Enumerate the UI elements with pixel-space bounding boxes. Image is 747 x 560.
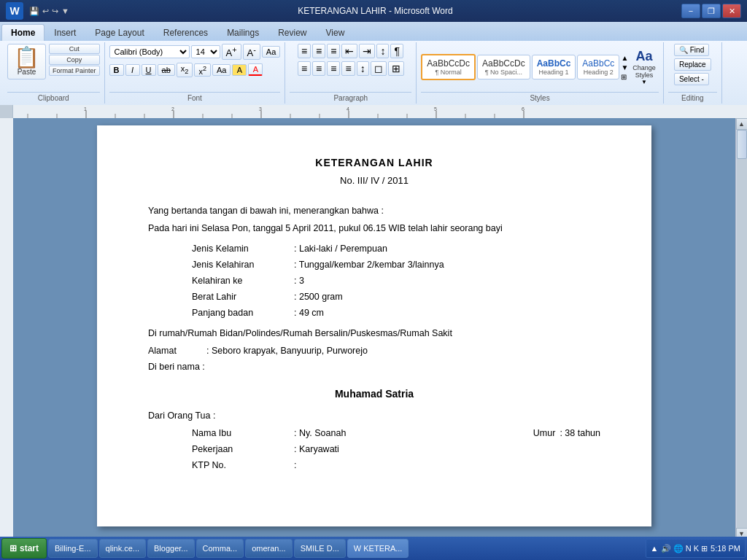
format-painter-button[interactable]: Format Painter bbox=[49, 66, 100, 76]
font-top-row: Calibri (Body) 14 A+ A- Aa bbox=[109, 44, 281, 60]
styles-group: AaBbCcDc ¶ Normal AaBbCcDc ¶ No Spaci...… bbox=[417, 42, 664, 104]
quick-access-save[interactable]: 💾 bbox=[29, 7, 39, 16]
field-value-kelahiran-ke: : 3 bbox=[294, 273, 600, 288]
field-berat-lahir: Berat Lahir : 2500 gram bbox=[192, 289, 600, 304]
font-group: Calibri (Body) 14 A+ A- Aa B I U ab x2 x… bbox=[105, 42, 286, 104]
word-logo: W bbox=[6, 2, 23, 20]
field-jenis-kelahiran: Jenis Kelahiran : Tunggal/kembar 2/kemba… bbox=[192, 257, 600, 272]
multilevel-button[interactable]: ≡ bbox=[327, 44, 340, 58]
strikethrough-button[interactable]: ab bbox=[158, 64, 175, 76]
quick-access-undo[interactable]: ↩ bbox=[42, 7, 49, 16]
paste-button[interactable]: 📋 Paste bbox=[7, 44, 46, 79]
superscript-button[interactable]: x2 bbox=[194, 63, 211, 77]
mother-fields: Nama Ibu : Ny. Soanah Umur : 38 tahun Pe… bbox=[148, 426, 600, 472]
style-normal[interactable]: AaBbCcDc ¶ Normal bbox=[421, 54, 476, 80]
close-button[interactable]: ✕ bbox=[722, 4, 741, 18]
tab-mailings[interactable]: Mailings bbox=[217, 24, 268, 41]
taskbar-item-ketera-label: KETERA... bbox=[363, 544, 402, 553]
clipboard-group-content: 📋 Paste Cut Copy Format Painter bbox=[7, 44, 100, 90]
sort-button[interactable]: ↕ bbox=[376, 44, 389, 58]
style-heading2[interactable]: AaBbCc Heading 2 bbox=[577, 55, 619, 79]
align-right-button[interactable]: ≡ bbox=[327, 61, 340, 76]
copy-button[interactable]: Copy bbox=[49, 55, 100, 65]
tab-references[interactable]: References bbox=[154, 24, 217, 41]
show-hide-button[interactable]: ¶ bbox=[390, 44, 403, 58]
style-heading1-preview: AaBbCc bbox=[537, 58, 571, 69]
decrease-indent-button[interactable]: ⇤ bbox=[341, 44, 357, 58]
para2: Pada hari ini Selasa Pon, tanggal 5 Apri… bbox=[148, 221, 600, 236]
address-value: : Seboro krapyak, Banyuurip, Purworejo bbox=[206, 343, 368, 358]
vertical-scrollbar[interactable]: ▲ ▼ bbox=[735, 118, 747, 540]
font-label: Font bbox=[109, 92, 281, 102]
find-button[interactable]: 🔍 Find bbox=[674, 44, 709, 56]
align-left-button[interactable]: ≡ bbox=[298, 61, 311, 76]
cut-button[interactable]: Cut bbox=[49, 44, 100, 54]
clear-format-button[interactable]: Aa bbox=[262, 46, 280, 58]
paste-icon: 📋 bbox=[14, 47, 39, 68]
styles-scroll: ▲ ▼ ⊞ bbox=[621, 54, 628, 81]
highlight-button[interactable]: A bbox=[232, 64, 247, 76]
bullets-button[interactable]: ≡ bbox=[298, 44, 311, 58]
ruler-corner bbox=[0, 105, 13, 118]
quick-access-redo[interactable]: ↪ bbox=[52, 7, 58, 16]
field-pekerjaan: Pekerjaan : Karyawati bbox=[192, 442, 600, 456]
bold-button[interactable]: B bbox=[109, 64, 124, 76]
svg-text:1: 1 bbox=[84, 106, 87, 112]
scroll-thumb[interactable] bbox=[737, 130, 747, 159]
shading-button[interactable]: ◻ bbox=[371, 61, 387, 76]
taskbar-item-billing[interactable]: Billing-E... bbox=[48, 539, 98, 558]
font-size-select[interactable]: 14 bbox=[191, 45, 220, 58]
styles-scroll-up[interactable]: ▲ bbox=[621, 54, 628, 62]
tab-page-layout[interactable]: Page Layout bbox=[85, 24, 153, 41]
minimize-button[interactable]: − bbox=[681, 4, 700, 18]
document: KETERANGAN LAHIR No. III/ IV / 2011 Yang… bbox=[97, 125, 651, 526]
scroll-up-button[interactable]: ▲ bbox=[736, 118, 748, 130]
underline-button[interactable]: U bbox=[142, 64, 156, 76]
justify-button[interactable]: ≡ bbox=[341, 61, 355, 76]
field-value-jenis-kelamin: : Laki-laki / Perempuan bbox=[294, 241, 600, 256]
grow-font-button[interactable]: A+ bbox=[222, 44, 241, 60]
tab-home[interactable]: Home bbox=[1, 24, 44, 41]
start-button[interactable]: ⊞ start bbox=[1, 538, 47, 559]
restore-button[interactable]: ❐ bbox=[702, 4, 721, 18]
document-scroll-area[interactable]: KETERANGAN LAHIR No. III/ IV / 2011 Yang… bbox=[13, 118, 735, 540]
increase-indent-button[interactable]: ⇥ bbox=[359, 44, 375, 58]
font-color-button[interactable]: A bbox=[248, 63, 263, 76]
taskbar-item-ketera[interactable]: W KETERA... bbox=[347, 539, 409, 558]
fields-section: Jenis Kelamin : Laki-laki / Perempuan Je… bbox=[148, 241, 600, 320]
shrink-font-button[interactable]: A- bbox=[243, 44, 260, 60]
center-button[interactable]: ≡ bbox=[312, 61, 325, 76]
italic-button[interactable]: I bbox=[125, 64, 140, 76]
svg-rect-25 bbox=[0, 118, 13, 540]
line-spacing-button[interactable]: ↕ bbox=[357, 61, 369, 76]
numbering-button[interactable]: ≡ bbox=[312, 44, 325, 58]
font-name-select[interactable]: Calibri (Body) bbox=[109, 45, 190, 58]
taskbar: ⊞ start Billing-E... qlink.ce... Blogger… bbox=[0, 537, 747, 560]
taskbar-item-omeran[interactable]: omeran... bbox=[245, 539, 292, 558]
tab-insert[interactable]: Insert bbox=[44, 24, 85, 41]
age-label: Umur bbox=[533, 426, 556, 440]
field-kelahiran-ke: Kelahiran ke : 3 bbox=[192, 273, 600, 288]
styles-scroll-down[interactable]: ▼ bbox=[621, 63, 628, 71]
change-case-button[interactable]: Aa bbox=[212, 64, 231, 76]
subscript-button[interactable]: x2 bbox=[177, 63, 193, 77]
scroll-track[interactable] bbox=[737, 130, 747, 528]
taskbar-item-smile[interactable]: SMILE D... bbox=[294, 539, 346, 558]
taskbar-item-comma[interactable]: Comma... bbox=[196, 539, 244, 558]
main-area: KETERANGAN LAHIR No. III/ IV / 2011 Yang… bbox=[0, 118, 747, 540]
para1: Yang bertanda tangan di bawah ini, mener… bbox=[148, 203, 600, 218]
replace-button[interactable]: Replace bbox=[674, 58, 711, 71]
styles-label: Styles bbox=[421, 92, 659, 102]
style-heading1[interactable]: AaBbCc Heading 1 bbox=[532, 55, 576, 79]
taskbar-item-qlink[interactable]: qlink.ce... bbox=[99, 539, 146, 558]
borders-button[interactable]: ⊞ bbox=[388, 61, 404, 76]
quick-access-dropdown[interactable]: ▼ bbox=[61, 7, 69, 15]
title-bar-left: W 💾 ↩ ↪ ▼ bbox=[6, 2, 69, 20]
tab-view[interactable]: View bbox=[317, 24, 355, 41]
select-button[interactable]: Select - bbox=[674, 73, 709, 85]
taskbar-item-blogger[interactable]: Blogger... bbox=[147, 539, 194, 558]
change-styles-button[interactable]: Aa ChangeStyles ▼ bbox=[630, 46, 659, 88]
styles-expand[interactable]: ⊞ bbox=[621, 73, 628, 81]
tab-review[interactable]: Review bbox=[268, 24, 316, 41]
style-no-spacing[interactable]: AaBbCcDc ¶ No Spaci... bbox=[477, 55, 530, 79]
